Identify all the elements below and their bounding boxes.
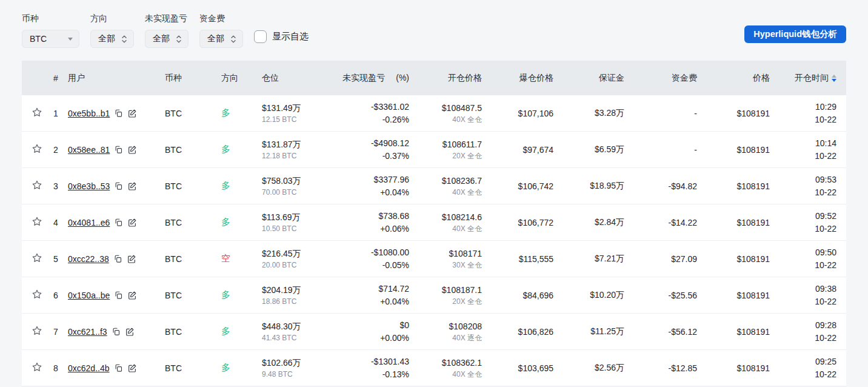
funding-cell: -$94.82: [624, 181, 697, 191]
header-price: 价格: [697, 73, 770, 84]
table-row: 5 0xcc22..38 BTC 空 $216.45万 20.00 BTC -$…: [22, 241, 846, 277]
price-cell: $108191: [697, 363, 770, 373]
open-price: $108611.7: [409, 138, 482, 151]
user-address-link[interactable]: 0xe5bb..b1: [68, 109, 110, 118]
favorite-star-icon[interactable]: [32, 107, 42, 118]
favorite-star-icon[interactable]: [32, 325, 42, 336]
open-time-cell: 09:53 10-22: [770, 173, 836, 199]
position-cell: $113.69万 10.50 BTC: [262, 211, 329, 234]
user-address-link[interactable]: 0x58ee..81: [68, 145, 110, 155]
open-date: 10-22: [770, 259, 836, 272]
pnl-cell: -$1301.43 -0.13%: [329, 355, 409, 381]
user-address-link[interactable]: 0x4081..e6: [68, 218, 110, 227]
coin-cell: BTC: [165, 218, 221, 227]
direction-cell: 多: [221, 144, 230, 154]
funding-select[interactable]: 全部: [199, 30, 243, 48]
edit-icon[interactable]: [127, 291, 137, 300]
favorite-star-icon[interactable]: [32, 216, 42, 227]
edit-icon[interactable]: [125, 327, 135, 337]
user-address-link[interactable]: 0xcc22..38: [68, 254, 109, 264]
copy-icon[interactable]: [114, 181, 123, 190]
position-coin: 12.15 BTC: [262, 115, 329, 125]
favorite-star-icon[interactable]: [32, 143, 42, 154]
pnl-percent: -0.13%: [329, 368, 409, 381]
open-price-cell: $108611.7 20X 全仓: [409, 138, 482, 161]
pnl-cell: -$1080.00 -0.05%: [329, 246, 409, 272]
copy-icon[interactable]: [114, 109, 123, 118]
pnl-value: $0: [329, 319, 409, 332]
chevron-down-icon: [68, 38, 73, 41]
user-cell: 0xe5bb..b1: [68, 109, 165, 118]
price-cell: $108191: [697, 291, 770, 300]
edit-icon[interactable]: [127, 145, 137, 155]
user-address-link[interactable]: 0xc62d..4b: [68, 363, 110, 373]
position-usd: $204.19万: [262, 284, 329, 297]
direction-cell-wrap: 空: [221, 253, 262, 264]
price-cell: $108191: [697, 254, 770, 264]
user-cell: 0xc62d..4b: [68, 363, 165, 373]
liq-price-cell: $84,696: [482, 291, 553, 300]
position-cell: $448.30万 41.43 BTC: [262, 320, 329, 343]
copy-icon[interactable]: [112, 327, 121, 336]
open-date: 10-22: [770, 368, 836, 381]
open-time: 09:28: [770, 319, 836, 332]
edit-icon[interactable]: [127, 218, 137, 227]
header-margin: 保证金: [553, 73, 624, 84]
table-row: 7 0xc621..f3 BTC 多 $448.30万 41.43 BTC $0…: [22, 314, 846, 350]
favorite-star-icon[interactable]: [32, 252, 42, 263]
open-price-cell: $108171 30X 全仓: [409, 247, 482, 271]
header-rank: #: [48, 73, 68, 83]
copy-icon[interactable]: [114, 218, 123, 227]
copy-icon[interactable]: [114, 291, 123, 300]
coin-select[interactable]: BTC: [22, 30, 79, 48]
margin-cell: $18.95万: [553, 181, 624, 192]
price-cell: $108191: [697, 327, 770, 337]
open-time-cell: 10:29 10-22: [770, 101, 836, 126]
star-cell: [32, 252, 48, 265]
edit-icon[interactable]: [127, 363, 137, 373]
show-favorites-checkbox[interactable]: [254, 30, 267, 43]
funding-cell: $27.09: [624, 254, 697, 264]
edit-icon[interactable]: [127, 181, 137, 191]
favorite-star-icon[interactable]: [32, 289, 42, 300]
table-body: 1 0xe5bb..b1 BTC 多 $131.49万 12.15 BTC -$…: [22, 95, 846, 386]
pnl-value: -$1301.43: [329, 355, 409, 368]
pnl-cell: $3377.96 +0.04%: [329, 173, 409, 199]
position-usd: $216.45万: [262, 247, 329, 260]
pnl-value: -$4908.12: [329, 137, 409, 150]
position-usd: $102.66万: [262, 357, 329, 369]
open-price: $108214.6: [409, 211, 482, 224]
hyperliquid-wallet-analysis-button[interactable]: Hyperliquid钱包分析: [744, 25, 846, 43]
header-open-time[interactable]: 开仓时间: [770, 73, 836, 84]
positions-table: # 用户 币种 方向 仓位 未实现盈亏 (%) 开仓价格 爆仓价格 保证金 资金…: [22, 61, 846, 386]
direction-select[interactable]: 全部: [90, 30, 134, 48]
user-address-link[interactable]: 0xc621..f3: [68, 327, 107, 337]
pnl-select[interactable]: 全部: [145, 30, 189, 48]
edit-icon[interactable]: [127, 254, 136, 264]
star-cell: [32, 289, 48, 301]
copy-icon[interactable]: [114, 145, 123, 154]
direction-cell: 多: [221, 217, 230, 227]
edit-icon[interactable]: [127, 109, 137, 118]
header-coin: 币种: [165, 73, 221, 84]
header-direction: 方向: [221, 73, 262, 84]
open-time-cell: 09:50 10-22: [770, 246, 836, 272]
leverage-mode: 40X 全仓: [409, 115, 482, 125]
position-usd: $131.49万: [262, 102, 329, 115]
favorite-star-icon[interactable]: [32, 362, 42, 372]
star-cell: [32, 216, 48, 229]
open-time-cell: 09:28 10-22: [770, 319, 836, 345]
coin-cell: BTC: [165, 291, 221, 300]
open-price-cell: $108362.1 40X 全仓: [409, 357, 482, 380]
user-address-link[interactable]: 0x150a..be: [68, 291, 110, 300]
liq-price-cell: $97,674: [482, 145, 553, 155]
favorite-star-icon[interactable]: [32, 180, 42, 190]
copy-icon[interactable]: [114, 363, 123, 372]
open-time: 09:52: [770, 210, 836, 223]
user-address-link[interactable]: 0x8e3b..53: [68, 181, 110, 191]
open-date: 10-22: [770, 113, 836, 126]
pnl-cell: $0 +0.00%: [329, 319, 409, 345]
funding-filter-group: 资金费 全部: [199, 13, 243, 48]
copy-icon[interactable]: [113, 254, 122, 263]
leverage-mode: 40X 逐仓: [409, 333, 482, 343]
